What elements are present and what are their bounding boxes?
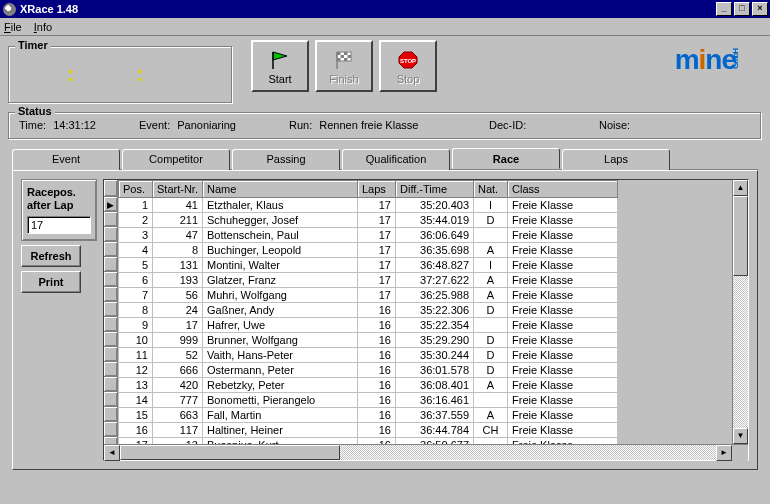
svg-rect-6 bbox=[348, 55, 352, 58]
menu-file[interactable]: FFileile bbox=[4, 21, 22, 33]
row-selector[interactable] bbox=[104, 287, 117, 302]
racepos-label-1: Racepos. bbox=[27, 186, 91, 199]
timer-group: Timer :: bbox=[8, 46, 233, 104]
menubar: FFileile IInfonfo bbox=[0, 18, 770, 36]
scroll-down-button[interactable]: ▼ bbox=[733, 428, 748, 444]
col-pos[interactable]: Pos. bbox=[119, 181, 153, 198]
vertical-scroll-thumb[interactable] bbox=[733, 196, 748, 276]
row-selector[interactable] bbox=[104, 227, 117, 242]
close-button[interactable]: × bbox=[752, 2, 768, 16]
finish-button[interactable]: Finish bbox=[315, 40, 373, 92]
row-selector[interactable] bbox=[104, 437, 117, 444]
svg-rect-4 bbox=[344, 52, 348, 55]
tab-strip: Event Competitor Passing Qualification R… bbox=[12, 148, 758, 170]
row-selector[interactable]: ▶ bbox=[104, 197, 117, 212]
row-selector[interactable] bbox=[104, 362, 117, 377]
svg-text:STOP: STOP bbox=[400, 58, 416, 64]
col-startnr[interactable]: Start-Nr. bbox=[153, 181, 203, 198]
flag-green-icon bbox=[268, 49, 292, 71]
row-selector[interactable] bbox=[104, 377, 117, 392]
svg-marker-0 bbox=[273, 52, 287, 60]
scroll-left-button[interactable]: ◄ bbox=[104, 445, 120, 461]
row-selector[interactable] bbox=[104, 242, 117, 257]
status-run-label: Run: bbox=[289, 119, 312, 131]
status-time-value: 14:31:12 bbox=[53, 119, 96, 131]
row-selector[interactable] bbox=[104, 392, 117, 407]
row-header-column: ▶ bbox=[104, 180, 118, 444]
table-row[interactable]: 824Gaßner, Andy1635:22.306DFreie Klasse bbox=[119, 303, 618, 318]
table-row[interactable]: 141Etzthaler, Klaus1735:20.403IFreie Kla… bbox=[119, 198, 618, 213]
horizontal-scroll-thumb[interactable] bbox=[120, 445, 340, 460]
tab-panel-race: Racepos. after Lap Refresh Print ▶ Pos. … bbox=[12, 170, 758, 470]
table-row[interactable]: 16117Haltiner, Heiner1636:44.784CHFreie … bbox=[119, 423, 618, 438]
racepos-label-2: after Lap bbox=[27, 199, 91, 212]
stop-sign-icon: STOP bbox=[396, 49, 420, 71]
table-row[interactable]: 14777Bonometti, Pierangelo1636:16.461Fre… bbox=[119, 393, 618, 408]
timer-legend: Timer bbox=[15, 39, 51, 51]
table-row[interactable]: 917Hafrer, Uwe1635:22.354Freie Klasse bbox=[119, 318, 618, 333]
maximize-button[interactable]: □ bbox=[734, 2, 750, 16]
scroll-right-button[interactable]: ► bbox=[716, 445, 732, 461]
tab-passing[interactable]: Passing bbox=[232, 149, 340, 170]
table-row[interactable]: 13420Rebetzky, Peter1636:08.401AFreie Kl… bbox=[119, 378, 618, 393]
status-decid-label: Dec-ID: bbox=[489, 119, 526, 131]
row-selector[interactable] bbox=[104, 317, 117, 332]
flag-checkered-icon bbox=[332, 49, 356, 71]
table-row[interactable]: 15663Fall, Martin1636:37.559AFreie Klass… bbox=[119, 408, 618, 423]
horizontal-scrollbar[interactable]: ◄ ► bbox=[104, 444, 748, 460]
table-row[interactable]: 48Buchinger, Leopold1736:35.698AFreie Kl… bbox=[119, 243, 618, 258]
col-name[interactable]: Name bbox=[203, 181, 358, 198]
status-event-label: Event: bbox=[139, 119, 170, 131]
refresh-button[interactable]: Refresh bbox=[21, 245, 81, 267]
row-selector[interactable] bbox=[104, 422, 117, 437]
row-selector[interactable] bbox=[104, 332, 117, 347]
row-selector[interactable] bbox=[104, 347, 117, 362]
tab-laps[interactable]: Laps bbox=[562, 149, 670, 170]
col-laps[interactable]: Laps bbox=[358, 181, 396, 198]
table-row[interactable]: 756Muhri, Wolfgang1736:25.988AFreie Klas… bbox=[119, 288, 618, 303]
tab-event[interactable]: Event bbox=[12, 149, 120, 170]
left-panel: Racepos. after Lap Refresh Print bbox=[21, 179, 97, 461]
tab-race[interactable]: Race bbox=[452, 148, 560, 169]
row-selector[interactable] bbox=[104, 257, 117, 272]
print-button[interactable]: Print bbox=[21, 271, 81, 293]
vertical-scrollbar[interactable]: ▲ ▼ bbox=[732, 180, 748, 444]
minimize-button[interactable]: _ bbox=[716, 2, 732, 16]
svg-rect-5 bbox=[341, 55, 345, 58]
table-row[interactable]: 6193Glatzer, Franz1737:27.622AFreie Klas… bbox=[119, 273, 618, 288]
status-group: Status Time: 14:31:12 Event: Panoniaring… bbox=[8, 112, 762, 140]
logo: mineGmbH bbox=[675, 44, 756, 76]
titlebar: XRace 1.48 _ □ × bbox=[0, 0, 770, 18]
tab-competitor[interactable]: Competitor bbox=[122, 149, 230, 170]
menu-info[interactable]: IInfonfo bbox=[34, 21, 52, 33]
table-row[interactable]: 10999Brunner, Wolfgang1635:29.290DFreie … bbox=[119, 333, 618, 348]
stop-button[interactable]: STOP Stop bbox=[379, 40, 437, 92]
table-row[interactable]: 1152Vaith, Hans-Peter1635:30.244DFreie K… bbox=[119, 348, 618, 363]
status-noise-label: Noise: bbox=[599, 119, 630, 131]
app-icon bbox=[3, 3, 16, 16]
row-selector[interactable] bbox=[104, 302, 117, 317]
col-difftime[interactable]: Diff.-Time bbox=[396, 181, 474, 198]
col-class[interactable]: Class bbox=[508, 181, 618, 198]
col-nat[interactable]: Nat. bbox=[474, 181, 508, 198]
timer-display: :: bbox=[17, 55, 224, 87]
row-selector[interactable] bbox=[104, 212, 117, 227]
scroll-up-button[interactable]: ▲ bbox=[733, 180, 748, 196]
status-legend: Status bbox=[15, 105, 55, 117]
window-title: XRace 1.48 bbox=[20, 3, 714, 15]
start-button[interactable]: Start bbox=[251, 40, 309, 92]
row-selector[interactable] bbox=[104, 407, 117, 422]
results-grid: ▶ Pos. Start-Nr. Name Laps Diff.-Time Na… bbox=[103, 179, 749, 461]
status-event-value: Panoniaring bbox=[177, 119, 236, 131]
table-row[interactable]: 347Bottenschein, Paul1736:06.649Freie Kl… bbox=[119, 228, 618, 243]
table-row[interactable]: 5131Montini, Walter1736:48.827IFreie Kla… bbox=[119, 258, 618, 273]
tab-qualification[interactable]: Qualification bbox=[342, 149, 450, 170]
status-time-label: Time: bbox=[19, 119, 46, 131]
toolbar: Start Finish STOP Stop bbox=[251, 40, 437, 92]
row-selector[interactable] bbox=[104, 272, 117, 287]
status-run-value: Rennen freie Klasse bbox=[319, 119, 418, 131]
table-row[interactable]: 2211Schuhegger, Josef1735:44.019DFreie K… bbox=[119, 213, 618, 228]
svg-rect-8 bbox=[344, 58, 348, 61]
table-row[interactable]: 12666Ostermann, Peter1636:01.578DFreie K… bbox=[119, 363, 618, 378]
lap-input[interactable] bbox=[27, 216, 91, 234]
